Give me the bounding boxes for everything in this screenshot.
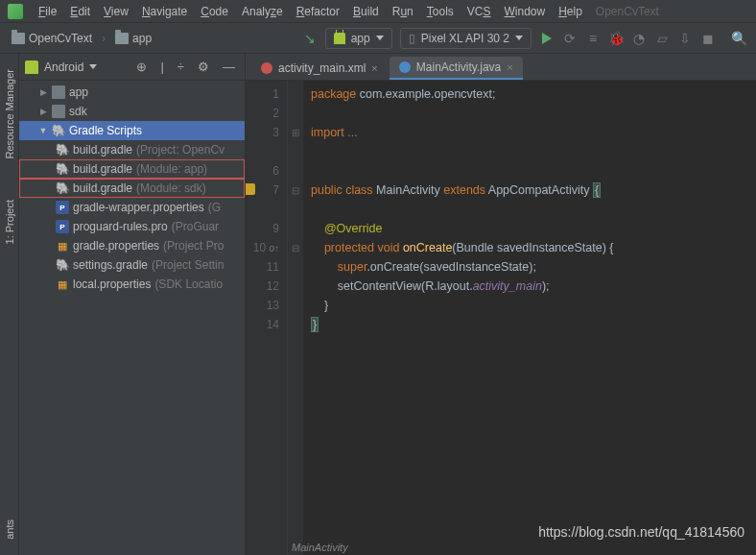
code-editor[interactable]: package com.example.opencvtext; import .… — [303, 81, 756, 555]
menu-view[interactable]: View — [98, 3, 134, 20]
run-config-label: app — [351, 32, 370, 45]
properties-file-icon: ▦ — [56, 239, 69, 253]
menu-navigate[interactable]: Navigate — [136, 3, 193, 20]
android-studio-logo-icon — [8, 4, 23, 19]
tree-node-gradle-scripts[interactable]: ▼🐘Gradle Scripts — [19, 121, 245, 140]
apply-code-changes-button[interactable]: ≡ — [581, 27, 604, 50]
close-icon[interactable]: × — [507, 61, 512, 73]
menu-refactor[interactable]: Refactor — [291, 3, 345, 20]
gradle-file-icon: 🐘 — [56, 143, 69, 157]
breadcrumb-label: OpenCvText — [29, 32, 92, 45]
menu-window[interactable]: Window — [498, 3, 551, 20]
fold-expanded-icon[interactable]: ⊟ — [288, 181, 303, 200]
fold-strip: ⊞ ⊟ ⊟ — [288, 81, 303, 555]
project-tree: ▶app ▶sdk ▼🐘Gradle Scripts 🐘build.gradle… — [19, 81, 245, 555]
tab-activity-main-xml[interactable]: activity_main.xml× — [251, 57, 388, 80]
module-icon — [52, 85, 65, 99]
profile-button[interactable]: ◔ — [627, 27, 650, 50]
tree-item-proguard[interactable]: Pproguard-rules.pro (ProGuar — [19, 217, 245, 236]
sync-gradle-button[interactable]: ↘ — [298, 27, 321, 50]
tree-item-gradle-wrapper[interactable]: Pgradle-wrapper.properties (G — [19, 198, 245, 217]
resource-manager-tab[interactable]: Resource Manager — [2, 63, 17, 165]
chevron-down-icon[interactable] — [89, 64, 97, 69]
fold-expanded-icon[interactable]: ⊟ — [288, 238, 303, 257]
menu-help[interactable]: Help — [553, 3, 588, 20]
tree-node-sdk[interactable]: ▶sdk — [19, 102, 245, 121]
close-icon[interactable]: × — [371, 62, 377, 74]
menu-code[interactable]: Code — [195, 3, 234, 20]
gradle-file-icon: 🐘 — [56, 258, 69, 272]
module-icon — [52, 105, 65, 118]
project-tab[interactable]: 1: Project — [2, 194, 17, 250]
avd-manager-button[interactable]: ▱ — [650, 27, 673, 50]
chevron-down-icon — [515, 36, 523, 40]
gradle-file-icon: 🐘 — [56, 181, 69, 195]
expand-arrow-icon: ▶ — [38, 87, 48, 97]
tree-item-local-properties[interactable]: ▦local.properties (SDK Locatio — [19, 275, 245, 294]
project-sidebar: Android ⊕ | ÷ ⚙ — ▶app ▶sdk ▼🐘Gradle Scr… — [19, 54, 246, 555]
ants-tab[interactable]: ants — [2, 514, 17, 545]
gradle-icon: 🐘 — [52, 124, 65, 137]
tree-item-settings-gradle[interactable]: 🐘settings.gradle (Project Settin — [19, 255, 245, 275]
properties-file-icon: P — [56, 220, 69, 233]
menu-analyze[interactable]: Analyze — [236, 3, 289, 20]
apply-changes-button[interactable]: ⟳ — [558, 27, 581, 50]
stop-button[interactable]: ◼ — [697, 27, 720, 50]
menu-vcs[interactable]: VCS — [461, 3, 497, 20]
divider-icon: | — [156, 60, 167, 74]
android-icon — [25, 60, 38, 74]
editor-breadcrumb[interactable]: MainActivity — [292, 542, 348, 553]
menu-bar: File Edit View Navigate Code Analyze Ref… — [0, 0, 756, 23]
device-label: Pixel XL API 30 2 — [421, 32, 509, 45]
line-gutter[interactable]: 1236 7 9 10 o↑ 11121314 — [246, 81, 288, 555]
toolbar: OpenCvText › app ↘ app ▯ Pixel XL API 30… — [0, 23, 756, 54]
tab-label: MainActivity.java — [416, 60, 501, 74]
sidebar-view-label[interactable]: Android — [44, 60, 83, 74]
properties-file-icon: ▦ — [56, 278, 69, 291]
editor-pane: activity_main.xml× MainActivity.java× 12… — [246, 54, 756, 555]
play-icon — [542, 33, 552, 44]
target-icon[interactable]: ⊕ — [132, 60, 151, 74]
breadcrumb-label: app — [132, 32, 152, 45]
collapse-all-icon[interactable]: ÷ — [174, 60, 188, 74]
run-button[interactable] — [535, 27, 558, 50]
menu-edit[interactable]: Edit — [64, 3, 96, 20]
java-class-icon — [399, 61, 411, 73]
android-icon — [334, 33, 345, 44]
chevron-down-icon — [376, 36, 384, 40]
breadcrumb-root[interactable]: OpenCvText — [6, 30, 98, 47]
tree-node-app[interactable]: ▶app — [19, 83, 245, 102]
properties-file-icon: P — [56, 201, 69, 214]
search-everywhere-button[interactable]: 🔍 — [727, 27, 750, 50]
tree-item-build-gradle-app[interactable]: 🐘build.gradle (Module: app) — [19, 159, 245, 179]
run-config-selector[interactable]: app — [325, 28, 392, 49]
menu-tools[interactable]: Tools — [421, 3, 460, 20]
menu-build[interactable]: Build — [347, 3, 385, 20]
settings-gear-icon[interactable]: ⚙ — [194, 60, 213, 74]
tree-item-build-gradle-project[interactable]: 🐘build.gradle (Project: OpenCv — [19, 140, 245, 159]
menu-file[interactable]: File — [33, 3, 62, 20]
xml-file-icon — [261, 62, 272, 74]
tree-item-gradle-properties[interactable]: ▦gradle.properties (Project Pro — [19, 236, 245, 255]
sdk-manager-button[interactable]: ⇩ — [673, 27, 697, 50]
override-icon[interactable]: o↑ — [269, 243, 279, 253]
debug-button[interactable]: 🐞 — [604, 27, 627, 50]
menu-run[interactable]: Run — [387, 3, 419, 20]
editor-tabs: activity_main.xml× MainActivity.java× — [246, 54, 756, 81]
bug-icon: 🐞 — [608, 31, 625, 46]
tree-item-build-gradle-sdk[interactable]: 🐘build.gradle (Module: sdk) — [19, 179, 245, 198]
device-selector[interactable]: ▯ Pixel XL API 30 2 — [400, 28, 532, 49]
warning-icon[interactable] — [246, 183, 255, 195]
menu-project-name: OpenCvText — [590, 3, 665, 20]
breadcrumb-app[interactable]: app — [109, 30, 157, 47]
fold-collapsed-icon[interactable]: ⊞ — [288, 123, 303, 142]
phone-icon: ▯ — [409, 32, 415, 45]
code-area: 1236 7 9 10 o↑ 11121314 ⊞ ⊟ ⊟ package co… — [246, 81, 756, 555]
hide-icon[interactable]: — — [219, 60, 239, 74]
gradle-file-icon: 🐘 — [56, 162, 69, 176]
tab-main-activity-java[interactable]: MainActivity.java× — [390, 57, 523, 80]
expand-arrow-icon: ▼ — [38, 126, 48, 135]
expand-arrow-icon: ▶ — [38, 107, 48, 116]
folder-icon — [12, 33, 25, 44]
tab-label: activity_main.xml — [278, 61, 366, 75]
